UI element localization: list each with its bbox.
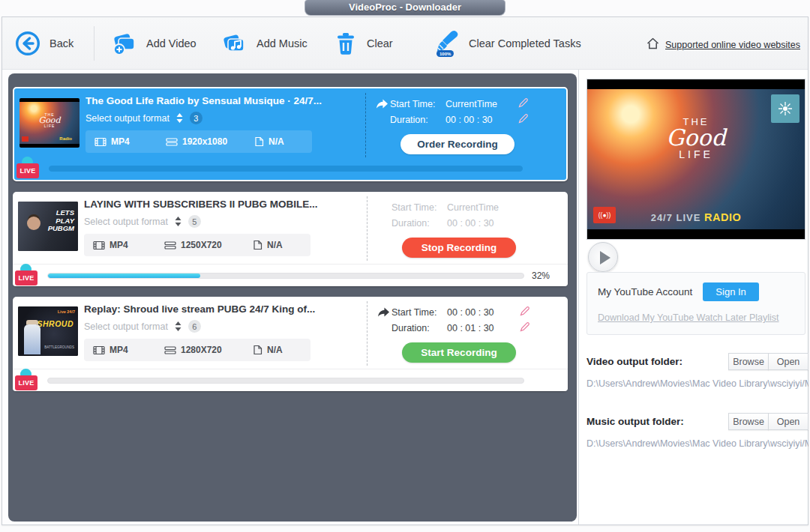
task-list-panel: THE Good LIFE Radio The Good Life Radio …: [8, 73, 577, 522]
progress-fill: [48, 273, 200, 278]
trash-icon: [333, 30, 358, 57]
start-time-value: CurrentTime: [446, 99, 518, 109]
thumb-face: [27, 217, 40, 230]
back-button[interactable]: Back: [14, 27, 74, 60]
toolbar: Back Add Video Add Music Clear: [2, 17, 808, 70]
clear-completed-button[interactable]: 100% Clear Completed Tasks: [430, 27, 581, 60]
output-format-select[interactable]: Select output format 5: [84, 215, 367, 228]
video-browse-button[interactable]: Browse: [728, 353, 769, 370]
select-format-label: Select output format: [84, 217, 168, 227]
video-output-path: D:\Users\Andrew\Movies\Mac Video Library…: [586, 378, 808, 389]
music-output-folder-label: Music output folder:: [586, 416, 729, 427]
back-icon: [14, 30, 41, 57]
add-video-icon: [110, 29, 138, 58]
video-preview[interactable]: THE Good LIFE ((●)) 24/7 LIVE RADIO: [586, 79, 806, 240]
format-info-bar: MP4 1280X720 N/A: [84, 339, 310, 361]
order-recording-button[interactable]: Order Recording: [400, 134, 514, 154]
stop-recording-button[interactable]: Stop Recording: [402, 238, 516, 258]
duration-value: 00 : 01 : 30: [447, 323, 519, 333]
updown-arrows-icon: [176, 113, 183, 123]
edit-start-time-icon[interactable]: [518, 97, 532, 111]
add-music-button[interactable]: Add Music: [220, 27, 308, 60]
schedule-arrow-icon: [374, 98, 390, 109]
duration-label: Duration:: [392, 323, 447, 333]
filesize-value: N/A: [268, 136, 284, 147]
resolution-value: 1920x1080: [182, 136, 227, 147]
preview-caption: 24/7 LIVE RADIO: [587, 211, 805, 223]
output-format-select[interactable]: Select output format 6: [84, 320, 367, 333]
preview-caption-accent: RADIO: [704, 211, 741, 223]
start-time-label: Start Time:: [392, 307, 447, 318]
thumb-text: PUBGM: [48, 224, 74, 232]
preview-title: THE Good LIFE: [587, 115, 805, 161]
live-label: LIVE: [15, 270, 38, 285]
duration-value: 00 : 00 : 30: [447, 218, 519, 229]
task-card-good-life[interactable]: THE Good LIFE Radio The Good Life Radio …: [13, 87, 568, 181]
add-music-label: Add Music: [256, 37, 308, 49]
duration-label: Duration:: [392, 218, 447, 229]
thumb-player: [24, 324, 40, 354]
progress-bar: [49, 166, 523, 172]
clear-label: Clear: [367, 37, 393, 49]
youtube-account-box: My YouTube Account Sign In Download My Y…: [586, 272, 806, 335]
resolution-value: 1250X720: [181, 240, 222, 250]
edit-duration-icon[interactable]: [519, 321, 534, 335]
progress-bar: [47, 378, 524, 384]
updown-arrows-icon: [175, 217, 182, 226]
thumb-text: SHROUD: [37, 319, 74, 328]
resolution-icon: [164, 345, 176, 355]
video-thumbnail: Live 24/7 SHROUD BATTLEGROUNDS: [18, 306, 78, 356]
progress-bar: [47, 273, 524, 279]
thumb-text: Live 24/7: [58, 309, 75, 314]
edit-start-time-icon[interactable]: [519, 306, 534, 319]
filesize-value: N/A: [267, 240, 283, 250]
film-icon: [93, 345, 105, 355]
clear-completed-label: Clear Completed Tasks: [469, 37, 581, 49]
task-card-shroud[interactable]: Live 24/7 SHROUD BATTLEGROUNDS Replay: S…: [13, 297, 568, 391]
filesize-value: N/A: [267, 345, 283, 355]
start-time-label: Start Time:: [390, 99, 446, 109]
preview-caption-text: 24/7 LIVE: [651, 212, 701, 223]
sign-in-button[interactable]: Sign In: [703, 282, 758, 301]
add-video-button[interactable]: Add Video: [110, 27, 196, 60]
progress-strip: LIVE: [13, 369, 568, 391]
add-video-label: Add Video: [146, 37, 196, 49]
video-output-folder-label: Video output folder:: [586, 356, 729, 367]
music-open-button[interactable]: Open: [768, 413, 808, 430]
resolution-value: 1280X720: [181, 345, 222, 355]
toolbar-separator: [94, 26, 94, 61]
supported-websites-label: Supported online video websites: [665, 40, 800, 50]
thumb-text: LETS: [56, 208, 74, 217]
video-output-folder-section: Video output folder: Browse Open D:\User…: [586, 353, 808, 389]
watch-later-playlist-link[interactable]: Download My YouTube Watch Later Playlist: [598, 312, 779, 323]
format-count-badge: 6: [188, 320, 201, 333]
edit-duration-icon[interactable]: [518, 113, 532, 127]
preview-title-mid: Good: [587, 128, 805, 148]
updown-arrows-icon: [175, 321, 182, 331]
video-title: Replay: Shroud live stream PUBG 24/7 Kin…: [84, 303, 367, 315]
live-label: LIVE: [15, 375, 38, 390]
live-marker: [22, 136, 28, 142]
format-value: MP4: [111, 136, 130, 147]
duration-label: Duration:: [390, 115, 446, 125]
select-format-label: Select output format: [84, 321, 168, 332]
format-value: MP4: [110, 345, 128, 355]
window-title: VideoProc - Downloader: [304, 0, 506, 16]
youtube-account-label: My YouTube Account: [598, 286, 692, 297]
thumb-text: Good: [20, 117, 80, 124]
play-button[interactable]: [588, 242, 618, 272]
file-icon: [253, 345, 262, 355]
video-title: LAYING WITH SUBSCRIBERS II PUBG MOBILE..…: [84, 199, 367, 210]
music-browse-button[interactable]: Browse: [728, 413, 769, 430]
back-label: Back: [50, 37, 74, 49]
output-format-select[interactable]: Select output format 3: [86, 112, 365, 124]
format-info-bar: MP4 1920x1080 N/A: [86, 130, 312, 153]
start-recording-button[interactable]: Start Recording: [402, 342, 516, 363]
supported-websites-link[interactable]: Supported online video websites: [646, 37, 800, 52]
preview-title-bottom: LIFE: [679, 148, 713, 160]
video-open-button[interactable]: Open: [768, 353, 808, 370]
file-icon: [253, 240, 262, 250]
task-card-pubg-mobile[interactable]: LETS PLAY PUBGM LAYING WITH SUBSCRIBERS …: [13, 192, 568, 286]
clear-button[interactable]: Clear: [333, 27, 393, 60]
preview-image: THE Good LIFE ((●)) 24/7 LIVE RADIO: [587, 89, 805, 229]
